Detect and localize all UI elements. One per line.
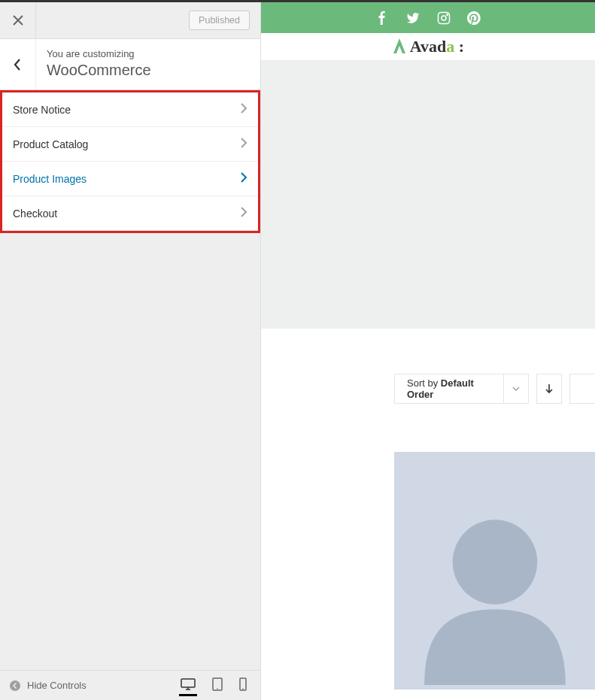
- back-button[interactable]: [0, 39, 36, 89]
- chevron-right-icon: [240, 206, 247, 220]
- site-logo[interactable]: Avada :: [392, 37, 464, 56]
- hero-area: [261, 60, 595, 329]
- catalog-area: Sort by Default Order: [261, 329, 595, 700]
- section-label: Store Notice: [13, 104, 71, 116]
- svg-point-9: [453, 520, 538, 605]
- logo-text: Avada :: [410, 37, 464, 56]
- logo-mark-icon: [392, 38, 407, 55]
- instagram-icon[interactable]: [437, 11, 451, 25]
- product-placeholder-image: [394, 452, 595, 689]
- avatar-placeholder-icon: [394, 479, 595, 689]
- facebook-icon[interactable]: [375, 11, 389, 25]
- chevron-right-icon: [240, 137, 247, 151]
- menu-highlight: Store Notice Product Catalog Product Ima…: [0, 90, 260, 233]
- close-button[interactable]: [0, 2, 36, 39]
- arrow-down-icon: [545, 383, 554, 394]
- close-icon: [13, 15, 23, 26]
- published-button[interactable]: Published: [189, 11, 250, 30]
- svg-point-7: [442, 16, 446, 20]
- view-toggle-button[interactable]: [569, 374, 595, 404]
- section-label: Product Images: [13, 173, 87, 185]
- context-label: You are customizing: [47, 48, 250, 59]
- pinterest-icon[interactable]: [467, 11, 481, 25]
- chevron-right-icon: [240, 171, 247, 186]
- sort-dropdown[interactable]: Sort by Default Order: [394, 374, 529, 404]
- section-list: Store Notice Product Catalog Product Ima…: [2, 92, 258, 231]
- twitter-icon[interactable]: [405, 11, 420, 25]
- sort-label: Sort by Default Order: [395, 377, 503, 400]
- svg-point-8: [447, 14, 448, 15]
- sort-direction-button[interactable]: [536, 374, 562, 404]
- svg-rect-1: [181, 679, 195, 687]
- svg-point-5: [242, 688, 244, 689]
- chevron-down-icon: [503, 374, 528, 403]
- site-header: Avada :: [261, 33, 595, 60]
- tablet-icon: [212, 677, 223, 691]
- context-title: WooCommerce: [47, 62, 250, 79]
- section-label: Product Catalog: [13, 138, 88, 150]
- product-card[interactable]: [394, 452, 595, 689]
- section-label: Checkout: [13, 208, 57, 220]
- hide-controls-label: Hide Controls: [27, 680, 87, 691]
- device-desktop-button[interactable]: [179, 675, 197, 696]
- section-product-catalog[interactable]: Product Catalog: [2, 127, 258, 162]
- customizer-sidebar: Published You are customizing WooCommerc…: [0, 2, 261, 700]
- svg-point-3: [217, 688, 218, 689]
- collapse-left-icon: [9, 680, 21, 692]
- svg-point-0: [10, 680, 20, 691]
- section-product-images[interactable]: Product Images: [2, 162, 258, 196]
- preview-pane: Avada : Sort by Default Order: [261, 2, 595, 700]
- hide-controls-button[interactable]: Hide Controls: [9, 680, 87, 692]
- device-tablet-button[interactable]: [211, 674, 224, 697]
- chevron-right-icon: [240, 102, 247, 117]
- sidebar-footer: Hide Controls: [0, 670, 260, 700]
- mobile-icon: [239, 677, 247, 691]
- device-mobile-button[interactable]: [238, 674, 248, 697]
- chevron-left-icon: [14, 58, 23, 71]
- top-social-bar: [261, 2, 595, 33]
- desktop-icon: [181, 678, 196, 690]
- section-store-notice[interactable]: Store Notice: [2, 92, 258, 127]
- section-checkout[interactable]: Checkout: [2, 196, 258, 231]
